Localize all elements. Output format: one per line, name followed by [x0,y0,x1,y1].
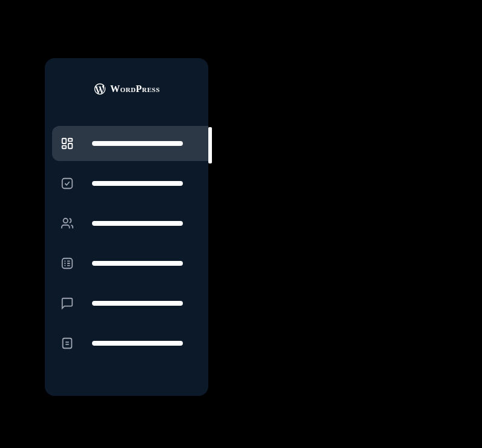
sidebar-item-label [92,301,183,306]
sidebar-item-users[interactable] [45,206,208,241]
sidebar-item-label [92,221,183,226]
checkbox-icon [61,177,74,190]
svg-rect-7 [63,338,72,349]
sidebar-item-label [92,181,183,186]
svg-rect-3 [62,146,66,149]
sidebar-item-documents[interactable] [45,326,208,361]
sidebar-item-label [92,261,183,266]
sidebar-item-tasks[interactable] [45,166,208,201]
wordpress-icon [93,82,107,96]
logo: WordPress [45,82,208,96]
sidebar-item-comments[interactable] [45,286,208,321]
sidebar-item-dashboard[interactable] [52,126,208,161]
svg-rect-1 [68,139,72,142]
document-icon [61,337,74,350]
svg-point-5 [64,219,68,223]
nav-items [45,126,208,366]
svg-rect-2 [68,143,72,148]
svg-rect-4 [62,179,73,189]
svg-rect-0 [62,139,66,143]
sidebar-item-label [92,141,183,146]
list-check-icon [61,257,74,270]
users-icon [61,217,74,230]
comment-icon [61,297,74,310]
sidebar-item-checklist[interactable] [45,246,208,281]
sidebar: WordPress [45,58,208,396]
sidebar-item-label [92,341,183,346]
dashboard-icon [61,137,74,150]
logo-text: WordPress [110,84,160,94]
